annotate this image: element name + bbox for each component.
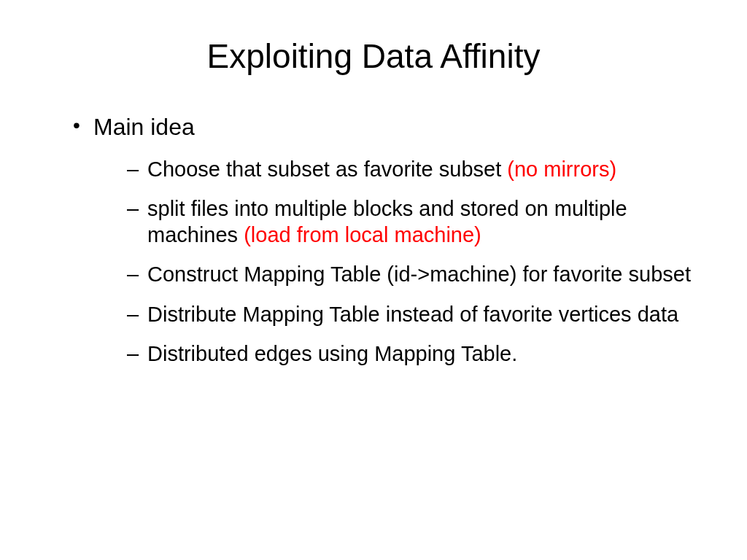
sub-bullet-0: Choose that subset as favorite subset (n… [127, 156, 696, 182]
sub-bullet-2: Construct Mapping Table (id->machine) fo… [127, 261, 696, 287]
sub-bullet-3: Distribute Mapping Table instead of favo… [127, 301, 696, 327]
sub-bullet-prefix: Choose that subset as favorite subset [147, 158, 507, 181]
bullet-list-level1: Main idea Choose that subset as favorite… [51, 112, 696, 367]
bullet-level1-text: Main idea [93, 114, 195, 140]
sub-bullet-4: Distributed edges using Mapping Table. [127, 341, 696, 367]
bullet-list-level2: Choose that subset as favorite subset (n… [93, 156, 696, 368]
sub-bullet-accent: (load from local machine) [244, 223, 481, 246]
sub-bullet-prefix: Distribute Mapping Table instead of favo… [147, 303, 678, 326]
bullet-main-idea: Main idea Choose that subset as favorite… [73, 112, 696, 367]
slide-container: Exploiting Data Affinity Main idea Choos… [0, 0, 747, 560]
slide-title: Exploiting Data Affinity [51, 36, 696, 76]
sub-bullet-prefix: Distributed edges using Mapping Table. [147, 342, 517, 365]
sub-bullet-accent: (no mirrors) [507, 158, 616, 181]
sub-bullet-prefix: Construct Mapping Table (id->machine) fo… [147, 262, 691, 286]
sub-bullet-1: split files into multiple blocks and sto… [127, 195, 696, 249]
